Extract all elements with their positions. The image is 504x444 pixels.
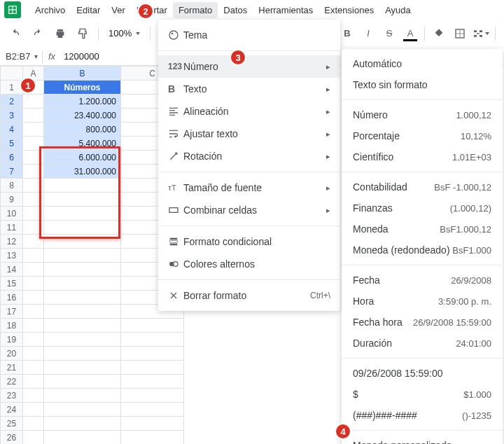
cell[interactable] [23, 333, 44, 347]
redo-button[interactable] [28, 24, 48, 43]
cell[interactable] [44, 319, 121, 333]
cell[interactable] [23, 137, 44, 151]
cell[interactable] [23, 235, 44, 249]
cell[interactable] [44, 347, 121, 361]
number-format-option[interactable]: MonedaBsF1.000,12 [342, 218, 503, 240]
cell[interactable] [23, 389, 44, 403]
number-format-option[interactable]: Moneda personalizada [342, 435, 503, 444]
row-header[interactable]: 21 [1, 361, 23, 375]
cell[interactable] [23, 207, 44, 221]
number-format-option[interactable]: Porcentaje10,12% [342, 125, 503, 146]
number-format-option[interactable]: $$1.000 [342, 384, 503, 405]
print-button[interactable] [50, 24, 70, 43]
row-header[interactable]: 25 [1, 417, 23, 431]
cell[interactable] [23, 361, 44, 375]
cell[interactable] [44, 361, 121, 375]
cell[interactable] [23, 431, 44, 445]
text-color-button[interactable]: A [400, 24, 420, 43]
row-header[interactable]: 16 [1, 291, 23, 305]
row-header[interactable]: 20 [1, 347, 23, 361]
merge-button[interactable] [471, 24, 491, 43]
cell[interactable] [121, 319, 184, 333]
number-format-option[interactable]: Científico1,01E+03 [342, 146, 503, 167]
row-header[interactable]: 6 [1, 151, 23, 165]
cell[interactable] [23, 165, 44, 179]
paint-format-button[interactable] [73, 24, 92, 43]
cell[interactable] [121, 375, 184, 389]
cell[interactable] [121, 361, 184, 375]
number-format-option[interactable]: Número1.000,12 [342, 104, 503, 125]
cell[interactable]: 1.200.000 [44, 95, 121, 109]
menu-extensiones[interactable]: Extensiones [318, 2, 379, 18]
row-header[interactable]: 19 [1, 333, 23, 347]
row-header[interactable]: 22 [1, 375, 23, 389]
number-format-option[interactable]: 09/26/2008 15:59:00 [342, 363, 503, 384]
row-header[interactable]: 3 [1, 109, 23, 123]
menu-ayuda[interactable]: Ayuda [379, 2, 416, 18]
row-header[interactable]: 9 [1, 193, 23, 207]
menu-text[interactable]: BTexto▸ [158, 78, 340, 100]
cell[interactable] [23, 277, 44, 291]
name-box[interactable]: B2:B7▾ [0, 51, 42, 62]
cell[interactable] [44, 305, 121, 319]
row-header[interactable]: 5 [1, 137, 23, 151]
cell[interactable] [23, 179, 44, 193]
row-header[interactable]: 2 [1, 95, 23, 109]
number-format-option[interactable]: Fecha26/9/2008 [342, 270, 503, 291]
strike-button[interactable]: S [379, 24, 399, 43]
row-header[interactable]: 7 [1, 165, 23, 179]
cell[interactable] [23, 305, 44, 319]
cell[interactable] [121, 333, 184, 347]
cell[interactable] [44, 207, 121, 221]
cell[interactable] [121, 431, 184, 445]
menu-archivo[interactable]: Archivo [29, 2, 71, 18]
row-header[interactable]: 23 [1, 389, 23, 403]
cell[interactable] [23, 375, 44, 389]
row-header[interactable]: 18 [1, 319, 23, 333]
menu-rotation[interactable]: Rotación▸ [158, 145, 340, 167]
cell[interactable] [44, 193, 121, 207]
number-format-option[interactable]: Automático [342, 53, 503, 74]
menu-clear-format[interactable]: Borrar formato Ctrl+\ [158, 284, 340, 307]
cell[interactable] [121, 347, 184, 361]
italic-button[interactable]: I [358, 24, 378, 43]
cell[interactable] [44, 179, 121, 193]
cell[interactable] [23, 291, 44, 305]
number-format-option[interactable]: Duración24:01:00 [342, 333, 503, 354]
zoom-select[interactable]: 100% [104, 28, 144, 39]
menu-theme[interactable]: Tema [158, 24, 340, 46]
menu-ver[interactable]: Ver [106, 2, 131, 18]
menu-alternating[interactable]: Colores alternos [158, 253, 340, 275]
cell[interactable]: 6.000.000 [44, 151, 121, 165]
col-header[interactable]: B [44, 67, 121, 81]
number-format-option[interactable]: Moneda (redondeado)BsF1.000 [342, 240, 503, 261]
cell[interactable] [23, 151, 44, 165]
row-header[interactable]: 8 [1, 179, 23, 193]
cell[interactable] [121, 417, 184, 431]
cell[interactable] [23, 109, 44, 123]
cell[interactable] [23, 347, 44, 361]
number-format-option[interactable]: Hora3:59:00 p. m. [342, 291, 503, 312]
cell[interactable] [44, 389, 121, 403]
row-header[interactable]: 4 [1, 123, 23, 137]
cell[interactable] [23, 319, 44, 333]
row-header[interactable]: 11 [1, 221, 23, 235]
number-format-option[interactable]: Finanzas(1.000,12) [342, 197, 503, 218]
cell[interactable] [23, 263, 44, 277]
row-header[interactable]: 13 [1, 249, 23, 263]
cell[interactable]: Números [44, 81, 121, 95]
formula-value[interactable]: 1200000 [61, 51, 102, 62]
cell[interactable] [23, 193, 44, 207]
row-header[interactable]: 12 [1, 235, 23, 249]
cell[interactable] [23, 123, 44, 137]
undo-button[interactable] [6, 24, 25, 43]
cell[interactable] [23, 221, 44, 235]
borders-button[interactable] [450, 24, 470, 43]
cell[interactable]: 23.400.000 [44, 109, 121, 123]
cell[interactable] [44, 277, 121, 291]
row-header[interactable]: 24 [1, 403, 23, 417]
menu-formato[interactable]: Formato [173, 2, 218, 18]
cell[interactable]: 5.400.000 [44, 137, 121, 151]
row-header[interactable]: 17 [1, 305, 23, 319]
cell[interactable] [23, 249, 44, 263]
